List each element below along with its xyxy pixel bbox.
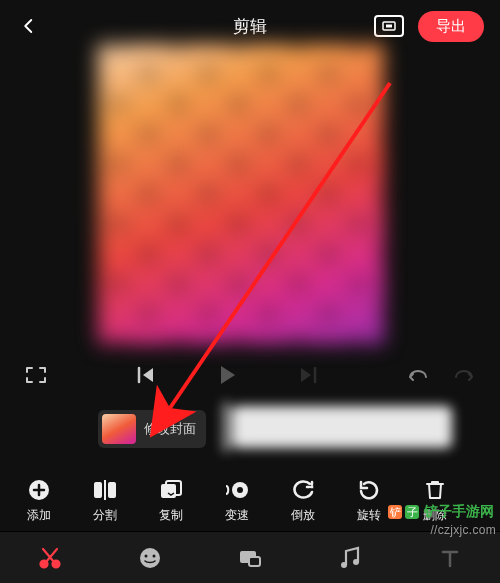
- svg-rect-3: [94, 482, 102, 498]
- watermark-brand: 铲 子 铲子手游网: [388, 503, 494, 521]
- timeline-clip[interactable]: [232, 406, 452, 448]
- playback-controls: [0, 354, 500, 400]
- svg-point-9: [237, 487, 243, 493]
- svg-point-18: [353, 559, 359, 565]
- reverse-icon: [290, 477, 316, 503]
- timeline[interactable]: 修改封面: [0, 400, 500, 460]
- tool-label: 倒放: [291, 507, 315, 524]
- tool-label: 复制: [159, 507, 183, 524]
- tool-label: 旋转: [357, 507, 381, 524]
- tool-label: 分割: [93, 507, 117, 524]
- export-button[interactable]: 导出: [418, 11, 484, 42]
- nav-sticker[interactable]: [133, 541, 167, 575]
- nav-music[interactable]: [333, 541, 367, 575]
- svg-rect-4: [108, 482, 116, 498]
- tool-copy[interactable]: 复制: [138, 477, 204, 524]
- watermark-brand-text: 铲子手游网: [424, 503, 494, 521]
- page-title: 剪辑: [233, 15, 267, 38]
- svg-rect-16: [249, 557, 260, 566]
- tool-split[interactable]: 分割: [72, 477, 138, 524]
- rotate-icon: [356, 477, 382, 503]
- play-button[interactable]: [217, 364, 237, 390]
- svg-point-14: [153, 554, 156, 557]
- bottom-nav: [0, 531, 500, 583]
- tool-label: 变速: [225, 507, 249, 524]
- delete-icon: [422, 477, 448, 503]
- next-frame-button[interactable]: [297, 365, 319, 389]
- edit-cover-label: 修改封面: [144, 420, 196, 438]
- undo-button[interactable]: [406, 365, 430, 389]
- add-icon: [26, 477, 52, 503]
- nav-pip[interactable]: [233, 541, 267, 575]
- edit-toolbar: 添加 分割 复制 变速 倒放: [0, 470, 500, 530]
- prev-frame-button[interactable]: [135, 365, 157, 389]
- nav-text[interactable]: [433, 541, 467, 575]
- edit-cover-button[interactable]: 修改封面: [98, 410, 206, 448]
- nav-cut[interactable]: [33, 541, 67, 575]
- aspect-ratio-button[interactable]: [374, 15, 404, 37]
- tool-speed[interactable]: 变速: [204, 477, 270, 524]
- svg-point-17: [341, 562, 347, 568]
- redo-button[interactable]: [452, 365, 476, 389]
- watermark-url: //czjxjc.com: [430, 523, 496, 537]
- tool-add[interactable]: 添加: [6, 477, 72, 524]
- split-icon: [92, 477, 118, 503]
- video-preview[interactable]: [98, 44, 384, 344]
- svg-rect-5: [104, 480, 106, 500]
- back-button[interactable]: [16, 13, 42, 39]
- svg-point-13: [145, 554, 148, 557]
- tool-reverse[interactable]: 倒放: [270, 477, 336, 524]
- svg-point-12: [140, 548, 160, 568]
- svg-rect-1: [386, 25, 392, 28]
- speed-icon: [224, 477, 250, 503]
- cover-thumbnail: [102, 414, 136, 444]
- fullscreen-button[interactable]: [24, 365, 48, 389]
- copy-icon: [158, 477, 184, 503]
- tool-label: 添加: [27, 507, 51, 524]
